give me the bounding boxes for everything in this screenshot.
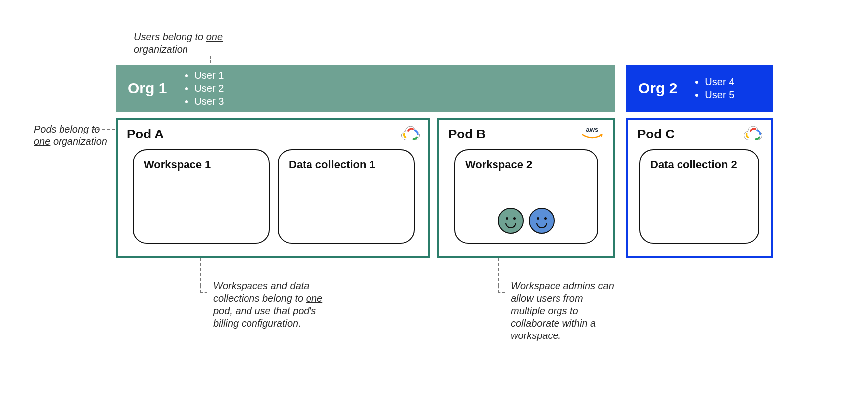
- annotation-text: Users belong to: [134, 31, 206, 42]
- annotation-admins: Workspace admins can allow users from mu…: [511, 280, 620, 342]
- org-1-user: User 1: [194, 69, 224, 82]
- org-1-title: Org 1: [128, 80, 167, 97]
- connector-line: [92, 129, 115, 130]
- annotation-text: organization: [50, 136, 107, 147]
- gcp-icon: [400, 125, 421, 141]
- diagram-canvas: Users belong to one organization Org 1 U…: [0, 0, 868, 401]
- data-collection-2-box: Data collection 2: [639, 149, 759, 244]
- connector-elbow: [200, 286, 207, 293]
- annotation-text: organization: [134, 44, 188, 55]
- data-collection-2-title: Data collection 2: [650, 158, 748, 171]
- org-2-user: User 4: [705, 75, 734, 88]
- workspace-2-box: Workspace 2: [454, 149, 598, 244]
- org-1-bar: Org 1 User 1 User 2 User 3: [116, 65, 615, 112]
- pod-c: Pod C Data collection 2: [626, 118, 773, 258]
- annotation-pods-belong: Pods belong to one organization: [34, 123, 108, 148]
- workspace-2-title: Workspace 2: [465, 158, 587, 171]
- connector-elbow: [498, 286, 505, 293]
- org-2-title: Org 2: [638, 80, 677, 97]
- annotation-text: Pods belong to: [34, 124, 100, 134]
- annotation-workspaces: Workspaces and data collections belong t…: [213, 280, 332, 330]
- annotation-underline: one: [34, 136, 50, 147]
- svg-text:aws: aws: [586, 126, 599, 133]
- pod-b: Pod B aws Workspace 2: [437, 118, 615, 258]
- workspace-1-title: Workspace 1: [144, 158, 259, 171]
- connector-line: [200, 258, 201, 286]
- annotation-underline: one: [206, 31, 223, 42]
- data-collection-1-title: Data collection 1: [289, 158, 404, 171]
- org-2-user: User 5: [705, 88, 734, 101]
- data-collection-1-box: Data collection 1: [278, 149, 415, 244]
- annotation-underline: one: [306, 293, 322, 304]
- annotation-text: Workspaces and data collections belong t…: [213, 280, 309, 304]
- annotation-text: pod, and use that pod's billing configur…: [213, 305, 316, 329]
- pod-a-title: Pod A: [127, 127, 419, 142]
- workspace-1-box: Workspace 1: [133, 149, 270, 244]
- org-1-user: User 3: [194, 95, 224, 108]
- org-2-bar: Org 2 User 4 User 5: [626, 65, 773, 112]
- annotation-users-belong: Users belong to one organization: [134, 31, 258, 56]
- pod-a: Pod A Workspace 1 Data collection 1: [116, 118, 430, 258]
- face-icon-blue: [529, 208, 555, 234]
- connector-line: [498, 258, 499, 286]
- org-1-user: User 2: [194, 82, 224, 95]
- gcp-icon: [743, 125, 764, 141]
- aws-icon: aws: [578, 125, 606, 141]
- face-icon-green: [498, 208, 524, 234]
- org-1-user-list: User 1 User 2 User 3: [184, 69, 224, 108]
- org-2-user-list: User 4 User 5: [694, 75, 734, 101]
- collaborator-faces: [498, 208, 555, 234]
- annotation-text: Workspace admins can allow users from mu…: [511, 280, 614, 341]
